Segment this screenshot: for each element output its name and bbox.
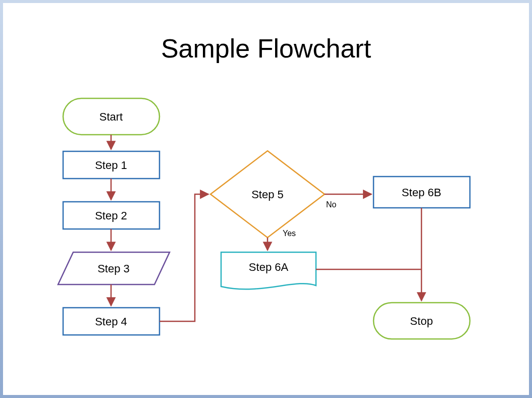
node-step2-label: Step 2: [95, 209, 127, 222]
slide-frame: Sample Flowchart Start Step 1 Step 2 Ste…: [0, 0, 532, 398]
node-stop: Stop: [374, 303, 470, 339]
node-stop-label: Stop: [410, 315, 433, 327]
node-start-label: Start: [99, 110, 123, 123]
node-step5: Step 5: [210, 151, 325, 238]
node-step1: Step 1: [63, 151, 159, 179]
node-step6a-label: Step 6A: [249, 261, 289, 273]
node-step3-label: Step 3: [97, 262, 130, 275]
edge-label-yes: Yes: [283, 229, 296, 238]
node-start: Start: [63, 98, 159, 135]
node-step3: Step 3: [58, 252, 170, 285]
edge-label-no: No: [326, 200, 337, 209]
node-step4-label: Step 4: [95, 315, 127, 328]
node-step6b: Step 6B: [374, 177, 470, 208]
node-step1-label: Step 1: [95, 159, 127, 172]
flowchart-canvas: Start Step 1 Step 2 Step 3 Step 4 Step 5: [3, 3, 529, 395]
node-step6b-label: Step 6B: [402, 186, 441, 199]
node-step6a: Step 6A: [221, 252, 316, 289]
node-step2: Step 2: [63, 202, 159, 229]
node-step5-label: Step 5: [251, 188, 284, 201]
node-step4: Step 4: [63, 308, 159, 335]
